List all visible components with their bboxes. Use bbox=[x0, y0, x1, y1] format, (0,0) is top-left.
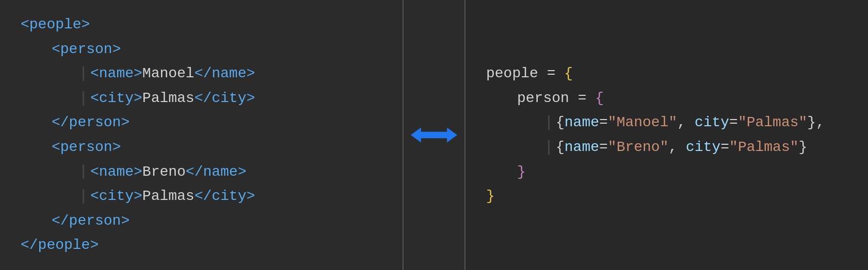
indent-bar bbox=[548, 115, 550, 130]
obj-brace-yellow-open: { bbox=[564, 61, 573, 86]
obj-line-1: people = { bbox=[486, 61, 847, 86]
indent-bar bbox=[83, 91, 84, 106]
obj-city-val-2: "Palmas" bbox=[729, 135, 798, 160]
xml-name-value-1: Manoel bbox=[142, 61, 195, 86]
xml-name-value-2: Breno bbox=[142, 160, 186, 184]
obj-city-val-1: "Palmas" bbox=[738, 110, 807, 135]
obj-comma-1: , bbox=[677, 110, 695, 135]
obj-eq-name-2: = bbox=[599, 135, 608, 160]
obj-city-key-2: city bbox=[686, 135, 720, 160]
indent-bar bbox=[83, 66, 84, 81]
xml-line-10: </people> bbox=[21, 233, 382, 258]
obj-line-3: {name="Manoel", city="Palmas"}, bbox=[486, 110, 847, 135]
xml-line-9: </person> bbox=[21, 209, 382, 233]
obj-people-key: people bbox=[486, 61, 538, 86]
obj-line-4: {name="Breno", city="Palmas"} bbox=[486, 135, 847, 160]
obj-brace-yellow-close: } bbox=[486, 184, 495, 209]
obj-equals-2: = bbox=[569, 86, 595, 111]
obj-line-5: } bbox=[486, 160, 847, 184]
obj-brace-open-2: { bbox=[556, 135, 565, 160]
xml-name-close-2: </name> bbox=[186, 160, 247, 184]
obj-eq-name-1: = bbox=[599, 110, 608, 135]
xml-line-8: <city>Palmas</city> bbox=[21, 184, 382, 209]
xml-people-close: </people> bbox=[21, 233, 99, 258]
xml-line-7: <name>Breno</name> bbox=[21, 160, 382, 184]
xml-name-open-2: <name> bbox=[90, 160, 142, 184]
xml-name-open-1: <name> bbox=[90, 61, 142, 86]
obj-equals-1: = bbox=[538, 61, 564, 86]
obj-brace-close-2: } bbox=[799, 135, 808, 160]
svg-rect-1 bbox=[420, 132, 448, 139]
obj-brace-pink-open: { bbox=[595, 86, 604, 111]
xml-line-2: <person> bbox=[21, 37, 382, 62]
obj-city-key-1: city bbox=[695, 110, 729, 135]
xml-city-close-2: </city> bbox=[195, 184, 255, 209]
object-panel: people = { person = { {name="Manoel", ci… bbox=[465, 0, 868, 270]
svg-marker-0 bbox=[411, 128, 421, 143]
obj-name-val-1: "Manoel" bbox=[608, 110, 677, 135]
obj-eq-city-1: = bbox=[729, 110, 738, 135]
indent-bar bbox=[83, 164, 84, 179]
xml-line-6: <person> bbox=[21, 135, 382, 160]
indent-bar bbox=[548, 140, 550, 155]
indent-bar bbox=[83, 189, 84, 204]
obj-name-val-2: "Breno" bbox=[608, 135, 669, 160]
xml-name-close-1: </name> bbox=[195, 61, 255, 86]
arrow-divider bbox=[404, 0, 465, 270]
xml-person-close-1: </person> bbox=[52, 110, 130, 135]
xml-people-open: <people> bbox=[21, 12, 90, 37]
xml-line-3: <name>Manoel</name> bbox=[21, 61, 382, 86]
obj-eq-city-2: = bbox=[720, 135, 729, 160]
obj-line-6: } bbox=[486, 184, 847, 209]
obj-brace-open-1: { bbox=[556, 110, 565, 135]
double-arrow-icon bbox=[411, 125, 457, 145]
xml-panel: <people> <person> <name>Manoel</name> <c… bbox=[0, 0, 404, 270]
xml-line-4: <city>Palmas</city> bbox=[21, 86, 382, 111]
xml-city-close-1: </city> bbox=[195, 86, 255, 111]
xml-line-5: </person> bbox=[21, 110, 382, 135]
obj-comma-2: , bbox=[668, 135, 686, 160]
obj-line-2: person = { bbox=[486, 86, 847, 111]
obj-person-key: person bbox=[517, 86, 569, 111]
obj-brace-close-comma-1: }, bbox=[807, 110, 825, 135]
xml-city-value-2: Palmas bbox=[142, 184, 195, 209]
xml-person-open-2: <person> bbox=[52, 135, 121, 160]
xml-person-open-1: <person> bbox=[52, 37, 121, 62]
xml-line-1: <people> bbox=[21, 12, 382, 37]
obj-name-key-2: name bbox=[565, 135, 599, 160]
obj-brace-pink-close: } bbox=[517, 160, 526, 184]
xml-person-close-2: </person> bbox=[52, 209, 130, 233]
obj-name-key-1: name bbox=[565, 110, 599, 135]
xml-city-open-1: <city> bbox=[90, 86, 142, 111]
svg-marker-2 bbox=[447, 128, 457, 143]
xml-city-open-2: <city> bbox=[90, 184, 142, 209]
xml-city-value-1: Palmas bbox=[142, 86, 195, 111]
